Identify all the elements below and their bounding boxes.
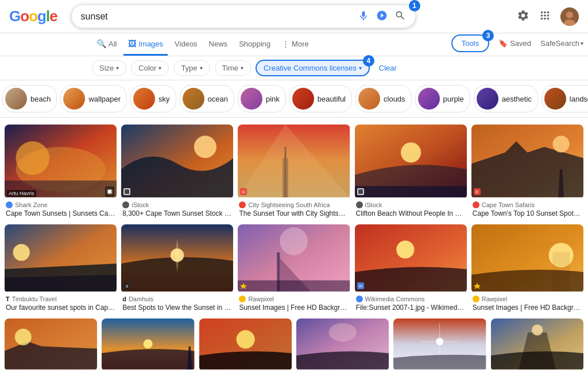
microphone-icon[interactable] bbox=[358, 10, 369, 23]
ocean-chip-img bbox=[183, 88, 204, 110]
images-area: Artu Havris Shark Zone Cape Town Sunsets… bbox=[0, 118, 588, 373]
image-info-6: T Timbuktu Travel Our favourite sunset s… bbox=[5, 293, 117, 314]
image-card-9[interactable]: W Wikimedia Commons File:Sunset 2007-1.j… bbox=[355, 224, 467, 314]
search-bar-wrapper: 1 bbox=[71, 5, 416, 28]
search-icons bbox=[358, 10, 406, 23]
suggestion-beach[interactable]: beach bbox=[2, 85, 57, 112]
filter-size[interactable]: Size ▾ bbox=[92, 60, 126, 76]
dots-icon: ⋮ bbox=[282, 40, 289, 48]
filter-time[interactable]: Time ▾ bbox=[215, 60, 251, 76]
logo-g: G bbox=[9, 7, 20, 25]
saved-link[interactable]: 🔖 Saved bbox=[498, 39, 531, 48]
image-thumbnail-8 bbox=[238, 224, 350, 292]
image-title-2: 8,300+ Cape Town Sunset Stock Photo... bbox=[122, 209, 232, 217]
image-badge-7: d bbox=[123, 282, 130, 291]
tab-images[interactable]: 🖼 Images bbox=[123, 33, 168, 56]
image-title-4: Clifton Beach Without People In The ... bbox=[356, 209, 466, 217]
all-icon: 🔍 bbox=[96, 39, 106, 48]
suggestion-wallpaper[interactable]: wallpaper bbox=[60, 85, 127, 112]
nav-tabs: 🔍 All 🖼 Images Videos News Shopping ⋮ Mo… bbox=[0, 33, 588, 56]
lens-icon[interactable] bbox=[376, 10, 388, 23]
tab-news[interactable]: News bbox=[204, 34, 233, 56]
svg-point-5 bbox=[16, 141, 50, 175]
image-card-7[interactable]: d d Damhuis Best Spots to View the Sunse… bbox=[121, 224, 233, 314]
apps-icon[interactable] bbox=[539, 9, 551, 24]
search-button-icon[interactable] bbox=[394, 10, 406, 23]
suggestion-aesthetic[interactable]: aesthetic bbox=[474, 85, 538, 112]
image-card-3[interactable]: G City Sightseeing South Africa The Suns… bbox=[238, 125, 350, 220]
clouds-chip-img bbox=[358, 88, 380, 110]
chevron-time-icon: ▾ bbox=[241, 65, 243, 71]
search-bar[interactable] bbox=[71, 5, 416, 28]
source-icon-2 bbox=[122, 201, 129, 208]
logo-o1: o bbox=[20, 7, 29, 25]
image-card-1[interactable]: Artu Havris Shark Zone Cape Town Sunsets… bbox=[5, 125, 117, 220]
image-card-10[interactable]: Rawpixel Sunset Images | Free HD Backgro… bbox=[471, 224, 583, 314]
suggestion-pink[interactable]: pink bbox=[238, 85, 286, 112]
image-card-8[interactable]: Rawpixel Sunset Images | Free HD Backgro… bbox=[238, 224, 350, 314]
filter-color-label: Color bbox=[138, 64, 156, 72]
chevron-size-icon: ▾ bbox=[116, 65, 119, 71]
svg-point-18 bbox=[401, 142, 421, 162]
svg-marker-41 bbox=[474, 283, 481, 289]
image-card-2[interactable]: iStock 8,300+ Cape Town Sunset Stock Pho… bbox=[121, 125, 233, 220]
suggestion-beautiful[interactable]: beautiful bbox=[289, 85, 352, 112]
suggestion-ocean[interactable]: ocean bbox=[180, 85, 234, 112]
filter-row: Size ▾ Color ▾ Type ▾ Time ▾ Creative Co… bbox=[0, 56, 588, 80]
image-badge-4 bbox=[357, 188, 364, 197]
image-source-8: Rawpixel bbox=[239, 296, 349, 302]
tab-videos[interactable]: Videos bbox=[170, 34, 202, 56]
suggestion-clouds[interactable]: clouds bbox=[355, 85, 412, 112]
image-thumbnail-10 bbox=[471, 224, 583, 292]
tab-all[interactable]: 🔍 All bbox=[92, 33, 121, 56]
filter-license[interactable]: Creative Commons licenses ▾ bbox=[256, 60, 370, 76]
image-card-14[interactable] bbox=[296, 318, 389, 371]
aesthetic-chip-img bbox=[477, 88, 498, 110]
image-card-12[interactable] bbox=[102, 318, 194, 371]
image-card-6[interactable]: T Timbuktu Travel Our favourite sunset s… bbox=[5, 224, 117, 314]
search-input[interactable] bbox=[81, 11, 352, 22]
filter-color[interactable]: Color ▾ bbox=[131, 60, 169, 76]
image-card-15[interactable] bbox=[393, 318, 486, 371]
image-thumbnail-2 bbox=[121, 125, 233, 197]
image-card-11[interactable] bbox=[5, 318, 97, 371]
image-card-4[interactable]: iStock Clifton Beach Without People In T… bbox=[355, 125, 467, 220]
image-badge-10 bbox=[474, 282, 481, 291]
svg-point-49 bbox=[328, 323, 356, 341]
suggestion-purple[interactable]: purple bbox=[415, 85, 470, 112]
suggestion-landscape[interactable]: landscape bbox=[541, 85, 588, 112]
source-icon-9 bbox=[356, 296, 363, 302]
tab-news-label: News bbox=[209, 40, 228, 48]
image-thumbnail-9 bbox=[355, 224, 467, 292]
header: Google 1 bbox=[0, 0, 588, 33]
google-logo[interactable]: Google bbox=[9, 7, 57, 25]
safesearch-label[interactable]: SafeSearch ▾ bbox=[540, 39, 583, 48]
image-card-16[interactable] bbox=[491, 318, 583, 371]
header-right bbox=[517, 7, 579, 26]
logo-o2: o bbox=[29, 7, 37, 25]
images-row-1: Artu Havris Shark Zone Cape Town Sunsets… bbox=[5, 125, 583, 220]
tab-shopping-label: Shopping bbox=[239, 40, 270, 48]
tab-more[interactable]: ⋮ More bbox=[277, 34, 314, 56]
suggestion-sky[interactable]: sky bbox=[130, 85, 176, 112]
image-source-6: T Timbuktu Travel bbox=[6, 296, 115, 302]
wallpaper-chip-img bbox=[63, 88, 85, 110]
image-info-4: iStock Clifton Beach Without People In T… bbox=[355, 199, 467, 220]
svg-point-10 bbox=[194, 136, 216, 158]
image-info-10: Rawpixel Sunset Images | Free HD Backgro… bbox=[471, 293, 583, 314]
tab-shopping[interactable]: Shopping bbox=[234, 34, 275, 56]
landscape-chip-label: landscape bbox=[570, 95, 588, 103]
image-thumbnail-3 bbox=[238, 125, 350, 197]
avatar[interactable] bbox=[560, 7, 579, 26]
source-icon-10 bbox=[473, 296, 479, 302]
settings-icon[interactable] bbox=[517, 9, 529, 24]
clear-button[interactable]: Clear bbox=[374, 61, 401, 75]
chevron-down-icon: ▾ bbox=[581, 40, 583, 46]
image-card-5[interactable]: E Cape Town Safaris Cape Town's Top 10 S… bbox=[471, 125, 583, 220]
image-thumbnail-13 bbox=[199, 318, 292, 370]
image-thumbnail-1 bbox=[5, 125, 117, 197]
image-card-13[interactable] bbox=[199, 318, 292, 371]
filter-type[interactable]: Type ▾ bbox=[173, 60, 210, 76]
image-source-10: Rawpixel bbox=[473, 296, 582, 302]
chevron-color-icon: ▾ bbox=[158, 65, 161, 71]
